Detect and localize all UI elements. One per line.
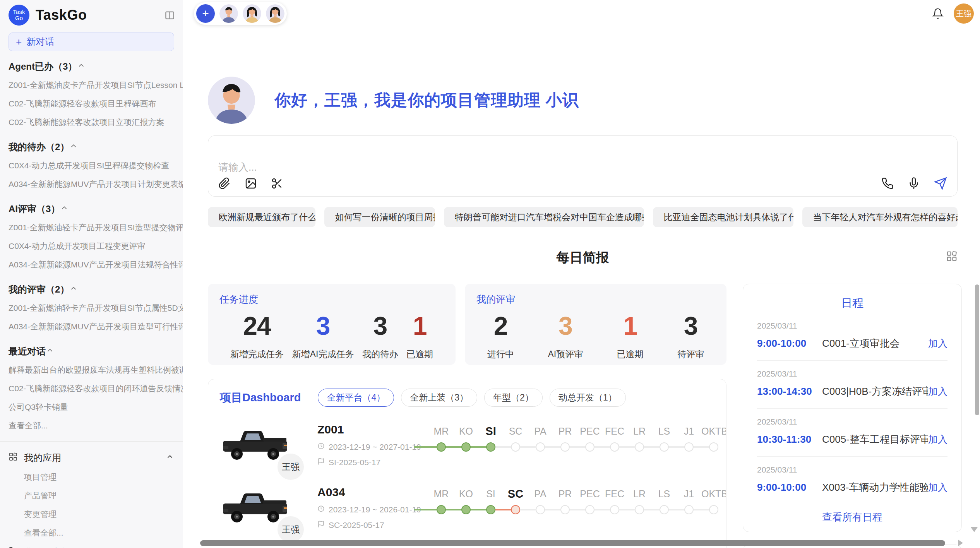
sidebar-section-header[interactable]: AI评审（3） bbox=[0, 200, 183, 218]
scroll-down-arrow[interactable] bbox=[971, 527, 978, 532]
milestone-label: KO bbox=[454, 486, 478, 501]
taskgo-app: Task Go TaskGo + 新对话 Agent已办（3） Z001-全新燃… bbox=[0, 0, 980, 548]
attachment-icon[interactable] bbox=[218, 177, 231, 190]
left-column: 任务进度 24 新增完成任务 3 新增AI完成任务 3 我的待办 1 已逾期 我… bbox=[208, 284, 726, 548]
add-agent-button[interactable]: + bbox=[196, 4, 215, 23]
schedule-list: 2025/03/11 9:00-10:00 C001-立项审批会 加入 2025… bbox=[757, 313, 947, 504]
divider bbox=[0, 441, 183, 442]
sidebar-item[interactable]: A034-全新新能源MUV产品开发项目造型可行性评审 bbox=[0, 317, 183, 336]
agent-avatar-3[interactable] bbox=[266, 4, 284, 23]
main-area: + 王强 bbox=[183, 0, 980, 548]
sidebar-item[interactable]: Z001-全新燃油轻卡产品开发项目SI节点属性5D文件评审 bbox=[0, 299, 183, 317]
voice-call-icon[interactable] bbox=[881, 177, 894, 190]
milestone: PR bbox=[553, 486, 577, 518]
milestone-track bbox=[701, 438, 726, 456]
milestone-label: MR bbox=[429, 486, 454, 501]
stat-label: AI预评审 bbox=[548, 348, 583, 360]
recent-chat-item[interactable]: 公司Q3轻卡销量 bbox=[0, 398, 183, 416]
milestone-dot bbox=[560, 505, 570, 514]
milestone-label: FEC bbox=[602, 424, 627, 438]
sidebar-item[interactable]: C0X4-动力总成开发项目工程变更评审 bbox=[0, 237, 183, 255]
milestone-dot bbox=[610, 442, 619, 452]
sidebar-item[interactable]: C02-飞腾新能源轻客改款项目立项汇报方案 bbox=[0, 113, 183, 132]
sidebar-section-header[interactable]: 我的待办（2） bbox=[0, 138, 183, 156]
dashboard-tab[interactable]: 动总开发（1） bbox=[550, 389, 626, 407]
sidebar-item[interactable]: Z001-全新燃油轻卡产品开发项目SI造型提交物评审 bbox=[0, 218, 183, 237]
milestone-track bbox=[429, 501, 454, 518]
join-meeting-link[interactable]: 加入 bbox=[928, 433, 947, 446]
stat-label: 已逾期 bbox=[617, 348, 644, 360]
new-chat-button[interactable]: + 新对话 bbox=[9, 33, 174, 51]
sidebar-item-my-apps[interactable]: 我的应用 bbox=[0, 448, 183, 468]
sidebar-item-cloud-space[interactable]: 我的云空间 bbox=[0, 542, 183, 548]
project-info: Z001 2023-12-19 ~ 2027-01-19 SI-2025-05-… bbox=[317, 423, 429, 467]
sidebar-section-header[interactable]: 我的评审（2） bbox=[0, 280, 183, 299]
sidebar-item[interactable]: A034-全新新能源MUV产品开发项目法规符合性评审 bbox=[0, 255, 183, 274]
message-input[interactable]: 请输入... bbox=[208, 135, 958, 197]
project-name: A034 bbox=[317, 486, 429, 499]
suggestion-chip[interactable]: 欧洲新规最近颁布了什么? bbox=[208, 207, 315, 227]
milestone-dot bbox=[511, 505, 520, 514]
agent-avatar-1[interactable] bbox=[219, 4, 238, 23]
suggestion-chip[interactable]: 比亚迪全固态电池计划具体说了什么 bbox=[653, 207, 793, 227]
join-meeting-link[interactable]: 加入 bbox=[928, 385, 947, 398]
milestone: LS bbox=[652, 424, 677, 456]
project-flag: SI-2025-05-17 bbox=[317, 458, 429, 467]
sidebar-section-header[interactable]: Agent已办（3） bbox=[0, 57, 183, 76]
notification-bell-icon[interactable] bbox=[932, 8, 944, 19]
send-icon[interactable] bbox=[934, 177, 947, 190]
app-title: TaskGo bbox=[36, 7, 87, 23]
app-sub-item[interactable]: 项目管理 bbox=[0, 468, 183, 486]
dashboard-tab[interactable]: 全新平台（4） bbox=[318, 389, 394, 407]
milestone-track bbox=[478, 501, 503, 518]
milestone-dot bbox=[461, 505, 471, 514]
join-meeting-link[interactable]: 加入 bbox=[928, 337, 947, 350]
project-list: 王强 Z001 2023-12-19 ~ 2027-01-19 SI-2025-… bbox=[220, 423, 714, 532]
app-sub-item[interactable]: 产品管理 bbox=[0, 486, 183, 505]
stat: 1 已逾期 bbox=[617, 311, 644, 360]
horizontal-scrollbar-thumb[interactable] bbox=[200, 540, 945, 546]
suggestion-chip[interactable]: 当下年轻人对汽车外观有怎样的喜好趋势 bbox=[802, 207, 958, 227]
sidebar-item[interactable]: C02-飞腾新能源轻客改款项目里程碑画布 bbox=[0, 94, 183, 113]
dashboard-tab[interactable]: 全新上装（3） bbox=[401, 389, 477, 407]
user-avatar[interactable]: 王强 bbox=[954, 3, 974, 24]
milestone-track bbox=[454, 438, 478, 456]
image-upload-icon[interactable] bbox=[245, 177, 257, 190]
schedule-item: 2025/03/11 13:00-14:30 C003|H0B-方案冻结评审 加… bbox=[757, 361, 947, 409]
recent-section-header[interactable]: 最近对话 bbox=[0, 342, 183, 361]
app-sub-item[interactable]: 查看全部... bbox=[0, 524, 183, 542]
view-all-schedule-link[interactable]: 查看所有日程 bbox=[757, 510, 947, 524]
project-row[interactable]: 王强 Z001 2023-12-19 ~ 2027-01-19 SI-2025-… bbox=[220, 423, 714, 469]
scroll-right-arrow[interactable] bbox=[958, 539, 963, 546]
dashboard-tab[interactable]: 年型（2） bbox=[484, 389, 543, 407]
view-all-chats-link[interactable]: 查看全部... bbox=[0, 416, 183, 435]
sidebar-item[interactable]: Z001-全新燃油皮卡产品开发项目SI节点Lesson Learn报告 bbox=[0, 76, 183, 94]
milestone-dot bbox=[684, 505, 694, 514]
recent-chat-item[interactable]: C02-飞腾新能源轻客改款项目的闭环通告反馈情况 bbox=[0, 379, 183, 398]
sidebar-item[interactable]: A034-全新新能源MUV产品开发项目计划变更表编写 bbox=[0, 175, 183, 194]
recent-chat-item[interactable]: 解释最新出台的欧盟报废车法规再生塑料比例被调至15%... bbox=[0, 361, 183, 379]
sidebar: Task Go TaskGo + 新对话 Agent已办（3） Z001-全新燃… bbox=[0, 0, 183, 548]
sidebar-section: Agent已办（3） Z001-全新燃油皮卡产品开发项目SI节点Lesson L… bbox=[0, 57, 183, 132]
milestone-dot bbox=[536, 505, 545, 514]
milestone: PEC bbox=[577, 486, 602, 518]
suggestion-chip[interactable]: 如何写一份清晰的项目周报 bbox=[324, 207, 435, 227]
vertical-scrollbar-thumb[interactable] bbox=[975, 284, 979, 415]
sidebar-section: 我的待办（2） C0X4-动力总成开发项目SI里程碑提交物检查A034-全新新能… bbox=[0, 138, 183, 194]
milestone: KO bbox=[454, 486, 478, 518]
project-owner-avatar: 王强 bbox=[276, 452, 305, 481]
screenshot-scissors-icon[interactable] bbox=[271, 177, 283, 190]
project-row[interactable]: 王强 A034 2023-12-19 ~ 2026-01-19 SC-2025-… bbox=[220, 486, 714, 532]
app-sub-item[interactable]: 变更管理 bbox=[0, 505, 183, 524]
agent-avatar-2[interactable] bbox=[243, 4, 261, 23]
flag-icon bbox=[317, 521, 325, 530]
sidebar-collapse-icon[interactable] bbox=[164, 10, 175, 21]
sidebar-item[interactable]: C0X4-动力总成开发项目SI里程碑提交物检查 bbox=[0, 156, 183, 175]
brief-layout-icon[interactable] bbox=[946, 250, 958, 264]
milestone: J1 bbox=[677, 424, 701, 456]
agent-quick-pill: + bbox=[194, 2, 287, 25]
join-meeting-link[interactable]: 加入 bbox=[928, 481, 947, 494]
suggestion-chip[interactable]: 特朗普可能对进口汽车增税会对中国车企造成哪些影响 bbox=[444, 207, 644, 227]
microphone-icon[interactable] bbox=[908, 177, 920, 190]
schedule-date: 2025/03/11 bbox=[757, 369, 947, 378]
